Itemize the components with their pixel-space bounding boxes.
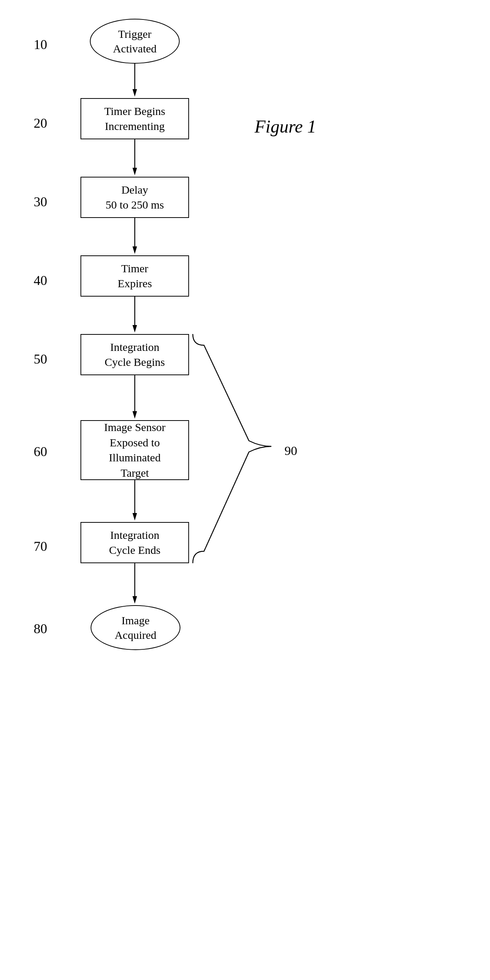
svg-marker-13: [132, 596, 137, 604]
node-delay-label: Delay50 to 250 ms: [105, 182, 164, 213]
figure-label: Figure 1: [255, 116, 316, 137]
label-90: 90: [285, 444, 297, 458]
svg-marker-7: [132, 325, 137, 332]
svg-marker-3: [132, 168, 137, 175]
node-integration-begins-label: IntegrationCycle Begins: [105, 340, 165, 370]
step-num-80: 80: [34, 621, 47, 636]
arrow-5: [130, 375, 139, 420]
node-integration-begins: IntegrationCycle Begins: [81, 334, 189, 375]
node-timer-begins: Timer BeginsIncrementing: [81, 98, 189, 139]
svg-marker-11: [132, 513, 137, 520]
node-image-acquired-label: ImageAcquired: [115, 613, 156, 642]
node-image-sensor-label: Image SensorExposed toIlluminatedTarget: [104, 420, 165, 480]
node-integration-ends-label: IntegrationCycle Ends: [109, 528, 160, 558]
node-timer-expires-label: TimerExpires: [118, 261, 152, 291]
node-image-sensor: Image SensorExposed toIlluminatedTarget: [81, 420, 189, 480]
diagram-container: Figure 1 10 20 30 40 50 60 70 80 Trigger…: [0, 0, 490, 980]
step-num-20: 20: [34, 115, 47, 131]
step-num-10: 10: [34, 37, 47, 52]
svg-marker-9: [132, 411, 137, 418]
node-trigger-activated: TriggerActivated: [90, 19, 180, 64]
step-num-60: 60: [34, 444, 47, 460]
node-image-acquired: ImageAcquired: [91, 605, 180, 650]
node-timer-begins-label: Timer BeginsIncrementing: [104, 104, 165, 134]
svg-marker-1: [132, 89, 137, 97]
node-integration-ends: IntegrationCycle Ends: [81, 522, 189, 563]
step-num-50: 50: [34, 351, 47, 367]
arrow-2: [130, 139, 139, 177]
arrow-7: [130, 563, 139, 605]
arrow-1: [130, 64, 139, 98]
arrow-6: [130, 480, 139, 522]
arrow-4: [130, 297, 139, 334]
step-num-70: 70: [34, 538, 47, 554]
svg-marker-5: [132, 247, 137, 254]
node-delay: Delay50 to 250 ms: [81, 177, 189, 218]
step-num-40: 40: [34, 273, 47, 288]
node-timer-expires: TimerExpires: [81, 255, 189, 297]
step-num-30: 30: [34, 194, 47, 210]
node-trigger-activated-label: TriggerActivated: [113, 27, 157, 56]
arrow-3: [130, 218, 139, 255]
